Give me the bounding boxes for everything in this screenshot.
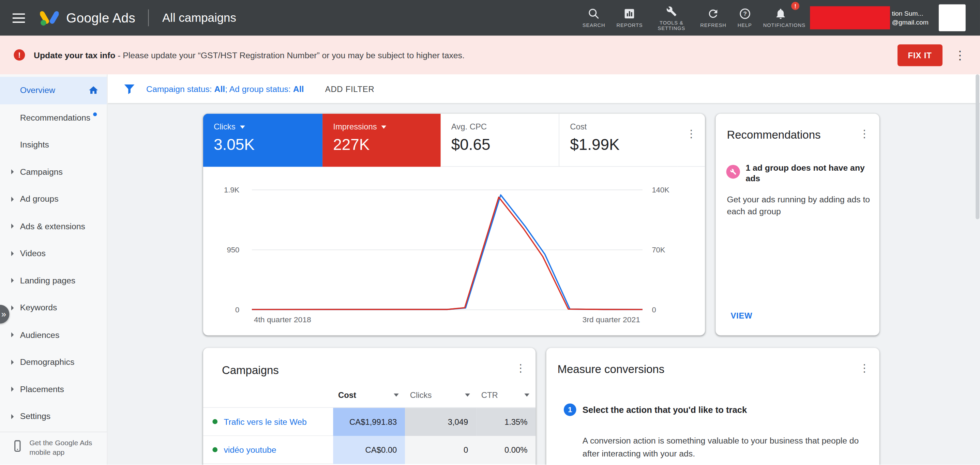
search-icon: [588, 8, 600, 20]
help-button[interactable]: ? HELP: [732, 0, 757, 36]
expand-arrow-icon: [11, 387, 14, 392]
top-app-bar: Google Ads All campaigns SEARCH REPORTS …: [0, 0, 980, 36]
expand-arrow-icon: [11, 360, 14, 365]
campaign-name-cell: Trafic vers le site Web: [203, 408, 333, 436]
home-icon: [88, 85, 99, 95]
sidebar-item-videos[interactable]: Videos: [0, 240, 107, 267]
wrench-icon: [665, 5, 678, 17]
cost-cell: CA$0.00: [333, 436, 405, 464]
dropdown-arrow-icon: [394, 394, 399, 397]
clicks-column-select[interactable]: Clicks: [405, 390, 476, 400]
expand-arrow-icon: [11, 305, 14, 310]
sidebar-item-ads-extensions[interactable]: Ads & extensions: [0, 213, 107, 240]
sidebar-item-demographics[interactable]: Demographics: [0, 349, 107, 376]
campaigns-overflow-menu[interactable]: ⋮: [512, 362, 529, 375]
left-axis-tick: 0: [203, 306, 239, 314]
sidebar-item-insights[interactable]: Insights: [0, 131, 107, 159]
reports-button[interactable]: REPORTS: [611, 0, 648, 36]
scorecard-avg-cpc[interactable]: Avg. CPC $0.65: [441, 114, 559, 167]
performance-chart-card: Clicks 3.05K Impressions 227K Avg. CPC $…: [203, 114, 705, 336]
sidebar-item-campaigns[interactable]: Campaigns: [0, 159, 107, 186]
account-email: @gmail.com: [892, 17, 928, 26]
refresh-button[interactable]: REFRESH: [695, 0, 732, 36]
phone-icon: [11, 438, 24, 454]
filter-summary[interactable]: Campaign status: All; Ad group status: A…: [146, 84, 304, 94]
view-recommendations-button[interactable]: VIEW: [730, 311, 752, 321]
sidebar-item-keywords[interactable]: Keywords: [0, 294, 107, 322]
tax-alert-banner: ! Update your tax info - Please update y…: [0, 36, 980, 75]
recommendations-card: Recommendations ⋮ 1 ad group does not ha…: [716, 114, 879, 336]
campaign-link[interactable]: Trafic vers le site Web: [224, 417, 307, 427]
clicks-cell: 3,049: [405, 408, 476, 436]
chevron-down-icon: [382, 126, 387, 129]
search-button[interactable]: SEARCH: [577, 0, 611, 36]
sidebar-item-overview[interactable]: Overview: [0, 77, 107, 104]
bell-icon: [775, 8, 787, 20]
mobile-app-promo[interactable]: Get the Google Ads mobile app: [0, 432, 107, 461]
account-info[interactable]: tion Sum... @gmail.com: [892, 9, 928, 26]
topbar-divider: [148, 10, 149, 27]
step-number-badge: 1: [564, 403, 576, 416]
sidebar-item-landing-pages[interactable]: Landing pages: [0, 267, 107, 294]
sidebar-nav: Overview Recommendations Insights Campai…: [0, 74, 107, 465]
avatar[interactable]: [939, 5, 966, 31]
table-row: Trafic vers le site Web CA$1,991.83 3,04…: [203, 408, 536, 436]
ad-suggestion-icon: [726, 165, 740, 178]
help-icon: ?: [738, 8, 751, 20]
recommendation-item-title: 1 ad group does not have any ads: [746, 162, 870, 184]
google-ads-app: Google Ads All campaigns SEARCH REPORTS …: [0, 0, 980, 465]
recommendations-overflow-menu[interactable]: ⋮: [856, 127, 873, 141]
chart-card-overflow-menu[interactable]: ⋮: [678, 114, 705, 167]
scorecard-clicks[interactable]: Clicks 3.05K: [203, 114, 323, 167]
tools-settings-button[interactable]: TOOLS & SETTINGS: [648, 0, 695, 36]
expand-arrow-icon: [11, 197, 14, 202]
series-clicks-line: [252, 195, 643, 309]
cost-column-select[interactable]: Cost: [333, 390, 405, 400]
measure-conversions-card: Measure conversions ⋮ 1 Select the actio…: [546, 348, 880, 465]
scrollbar[interactable]: [975, 74, 979, 219]
trend-chart-svg: [203, 167, 705, 336]
campaign-name-cell: vidéo youtube: [203, 436, 333, 464]
clicks-cell: 0: [405, 436, 476, 464]
dropdown-arrow-icon: [465, 394, 470, 397]
expand-arrow-icon: [11, 251, 14, 256]
google-ads-logo-icon: [40, 10, 59, 26]
x-axis-label: 3rd quarter 2021: [549, 316, 674, 324]
impressions-value: 227K: [333, 136, 441, 154]
measure-conversions-title: Measure conversions: [558, 363, 665, 376]
step-body: A conversion action is something valuabl…: [582, 434, 867, 460]
sidebar-item-settings[interactable]: Settings: [0, 403, 107, 430]
sidebar-item-audiences[interactable]: Audiences: [0, 321, 107, 349]
x-axis-label: 4th quarter 2018: [220, 316, 345, 324]
left-axis-tick: 950: [203, 246, 239, 254]
sidebar-item-placements[interactable]: Placements: [0, 376, 107, 403]
ctr-column-select[interactable]: CTR: [476, 390, 536, 400]
notifications-button[interactable]: NOTIFICATIONS !: [757, 0, 804, 36]
scorecard-row: Clicks 3.05K Impressions 227K Avg. CPC $…: [203, 114, 705, 167]
sidebar-item-recommendations[interactable]: Recommendations: [0, 104, 107, 131]
step-title: Select the action that you'd like to tra…: [582, 405, 747, 414]
right-axis-tick: 140K: [652, 186, 669, 195]
table-row: vidéo youtube CA$0.00 0 0.00%: [203, 436, 536, 464]
scorecard-cost[interactable]: Cost $1.99K: [559, 114, 677, 167]
recommendation-item-body: Get your ads running by adding ads to ea…: [727, 194, 872, 217]
scorecard-impressions[interactable]: Impressions 227K: [323, 114, 441, 167]
add-filter-button[interactable]: ADD FILTER: [325, 84, 375, 94]
campaigns-table-header: Cost Clicks CTR: [203, 383, 536, 408]
expand-arrow-icon: [11, 414, 14, 419]
clicks-value: 3.05K: [214, 136, 323, 154]
cost-cell: CA$1,991.83: [333, 408, 405, 436]
campaigns-table: Cost Clicks CTR Trafic vers le site Web …: [203, 383, 536, 464]
banner-overflow-menu[interactable]: ⋮: [948, 48, 972, 62]
campaign-link[interactable]: vidéo youtube: [224, 445, 276, 454]
trend-chart: 1.9K 950 0 140K 70K 0 4th quarter 2018 3…: [203, 167, 705, 336]
measure-overflow-menu[interactable]: ⋮: [856, 362, 873, 375]
sidebar-item-ad-groups[interactable]: Ad groups: [0, 186, 107, 213]
main-menu-button[interactable]: [13, 13, 25, 23]
fix-it-button[interactable]: FIX IT: [897, 44, 942, 66]
avg-cpc-value: $0.65: [451, 136, 559, 154]
expand-arrow-icon: [11, 224, 14, 229]
main-content: Clicks 3.05K Impressions 227K Avg. CPC $…: [107, 103, 980, 465]
cost-value: $1.99K: [570, 136, 677, 154]
ctr-cell: 0.00%: [476, 436, 536, 464]
